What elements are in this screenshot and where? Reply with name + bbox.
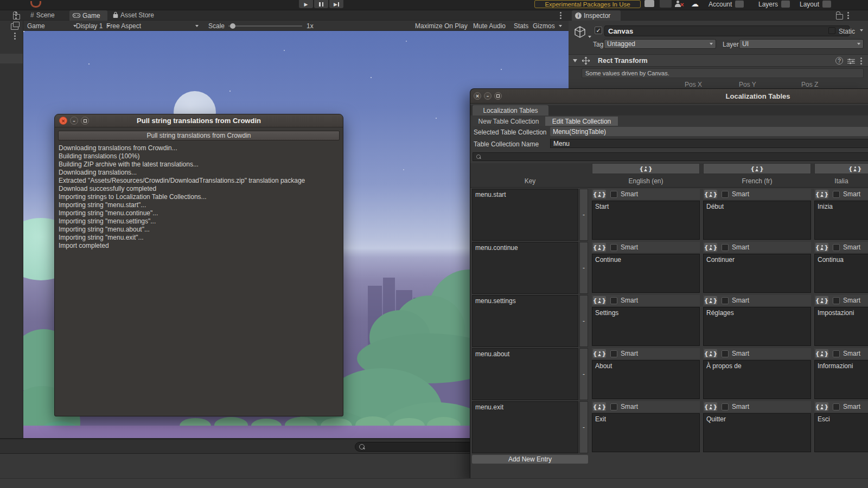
- translation-input[interactable]: Impostazioni: [814, 307, 868, 346]
- layer-dropdown[interactable]: UI: [739, 39, 864, 49]
- foldout-arrow-icon[interactable]: [573, 59, 577, 62]
- maximize-on-play-button[interactable]: Maximize On Play: [415, 22, 468, 30]
- remove-entry-button[interactable]: -: [579, 348, 588, 400]
- key-cell[interactable]: menu.continue: [472, 242, 578, 294]
- tab-asset-store[interactable]: Asset Store: [110, 10, 164, 20]
- translation-input[interactable]: Start: [592, 201, 700, 240]
- metadata-button[interactable]: [593, 296, 606, 305]
- translation-input[interactable]: Esci: [814, 413, 868, 452]
- smart-checkbox[interactable]: [610, 297, 617, 304]
- icon-picker-arrow[interactable]: [588, 36, 591, 38]
- metadata-button[interactable]: [815, 190, 828, 198]
- toolbar-button[interactable]: [660, 0, 672, 8]
- play-button[interactable]: ▶: [299, 0, 313, 8]
- translation-input[interactable]: Réglages: [703, 307, 811, 346]
- key-cell[interactable]: menu.settings: [472, 295, 578, 347]
- tab-inspector[interactable]: i Inspector: [572, 10, 621, 21]
- smart-checkbox[interactable]: [833, 350, 840, 357]
- stats-button[interactable]: Stats: [514, 22, 528, 30]
- inspector-menu-icon[interactable]: [847, 12, 849, 14]
- smart-checkbox[interactable]: [833, 297, 840, 304]
- close-button[interactable]: ×: [474, 92, 481, 100]
- smart-checkbox[interactable]: [833, 244, 840, 251]
- remove-entry-button[interactable]: -: [579, 242, 588, 294]
- scale-slider[interactable]: [228, 25, 302, 27]
- remove-entry-button[interactable]: -: [579, 189, 588, 241]
- pause-button[interactable]: [314, 0, 328, 8]
- tab-scene[interactable]: # Scene: [27, 10, 68, 20]
- column-header-french[interactable]: French (fr): [703, 175, 811, 187]
- remove-entry-button[interactable]: -: [579, 401, 588, 453]
- layers-button[interactable]: Layers: [758, 0, 796, 8]
- metadata-button[interactable]: [704, 243, 717, 252]
- smart-checkbox[interactable]: [833, 403, 840, 410]
- key-cell[interactable]: menu.about: [472, 348, 578, 400]
- metadata-button[interactable]: [815, 402, 828, 411]
- active-checkbox[interactable]: ✓: [595, 27, 602, 34]
- mute-audio-button[interactable]: Mute Audio: [473, 22, 506, 30]
- metadata-button[interactable]: [704, 349, 717, 358]
- loc-tab[interactable]: Localization Tables: [473, 105, 548, 115]
- smart-checkbox[interactable]: [610, 403, 617, 410]
- metadata-button[interactable]: [593, 349, 606, 358]
- scale-slider-knob[interactable]: [230, 23, 235, 29]
- step-button[interactable]: ▶: [329, 0, 343, 8]
- inspector-lock-icon[interactable]: [836, 14, 843, 20]
- presets-icon[interactable]: [847, 58, 855, 65]
- column-header-italian[interactable]: Italia: [814, 175, 868, 187]
- translation-input[interactable]: Continua: [814, 254, 868, 293]
- translation-input[interactable]: À propos de: [703, 360, 811, 399]
- experimental-packages-button[interactable]: Experimental Packages In Use: [534, 0, 641, 8]
- smart-checkbox[interactable]: [610, 191, 617, 198]
- key-cell[interactable]: menu.exit: [472, 401, 578, 453]
- dialog-action-button[interactable]: Pull string translations from Crowdin: [58, 131, 340, 140]
- column-settings-button-en[interactable]: [592, 163, 700, 174]
- display-dropdown[interactable]: Display 1: [76, 22, 110, 30]
- smart-checkbox[interactable]: [833, 191, 840, 198]
- strip-selected-band[interactable]: [0, 54, 23, 63]
- metadata-button[interactable]: [593, 243, 606, 252]
- layout-button[interactable]: Layout: [800, 0, 846, 8]
- translation-input[interactable]: About: [592, 360, 700, 399]
- tab-game[interactable]: Game: [69, 10, 107, 21]
- static-dropdown-arrow[interactable]: [860, 29, 863, 31]
- add-new-entry-button[interactable]: Add New Entry: [472, 455, 588, 464]
- rect-transform-header[interactable]: Rect Transform ?: [569, 54, 868, 67]
- strip-menu-icon[interactable]: [14, 33, 16, 34]
- notification-box[interactable]: [644, 0, 654, 7]
- gizmos-dropdown[interactable]: Gizmos: [533, 22, 562, 30]
- smart-checkbox[interactable]: [722, 191, 729, 198]
- metadata-button[interactable]: [593, 402, 606, 411]
- collab-error-icon[interactable]: ×: [674, 1, 684, 8]
- smart-checkbox[interactable]: [610, 244, 617, 251]
- selected-collection-field[interactable]: Menu(StringTable): [550, 127, 868, 136]
- translation-input[interactable]: Quitter: [703, 413, 811, 452]
- aspect-dropdown[interactable]: Free Aspect: [106, 22, 199, 30]
- cloud-icon[interactable]: ☁: [691, 0, 699, 8]
- tag-dropdown[interactable]: Untagged: [604, 39, 716, 49]
- metadata-button[interactable]: [704, 296, 717, 305]
- remove-entry-button[interactable]: -: [579, 295, 588, 347]
- metadata-button[interactable]: [593, 190, 606, 198]
- popout-icon[interactable]: [11, 23, 18, 30]
- minimize-button[interactable]: –: [484, 92, 492, 100]
- translation-input[interactable]: Exit: [592, 413, 700, 452]
- component-menu-icon[interactable]: [860, 57, 862, 59]
- metadata-button[interactable]: [815, 296, 828, 305]
- column-header-key[interactable]: Key: [472, 175, 588, 187]
- smart-checkbox[interactable]: [610, 350, 617, 357]
- gameobject-name-field[interactable]: Canvas: [604, 25, 850, 36]
- metadata-button[interactable]: [815, 349, 828, 358]
- left-panel-lock-icon[interactable]: [13, 14, 20, 20]
- column-settings-button-it[interactable]: [814, 163, 868, 174]
- table-search-input[interactable]: [473, 152, 868, 161]
- loc-window-titlebar[interactable]: × – Localization Tables: [470, 89, 868, 104]
- smart-checkbox[interactable]: [722, 403, 729, 410]
- dialog-titlebar[interactable]: × – Pull string translations from Crowdi…: [55, 114, 343, 127]
- maximize-button[interactable]: [494, 92, 502, 100]
- translation-input[interactable]: Informazioni: [814, 360, 868, 399]
- left-panel-menu-icon[interactable]: [15, 12, 17, 14]
- translation-input[interactable]: Continue: [592, 254, 700, 293]
- smart-checkbox[interactable]: [722, 350, 729, 357]
- static-checkbox[interactable]: [828, 27, 835, 34]
